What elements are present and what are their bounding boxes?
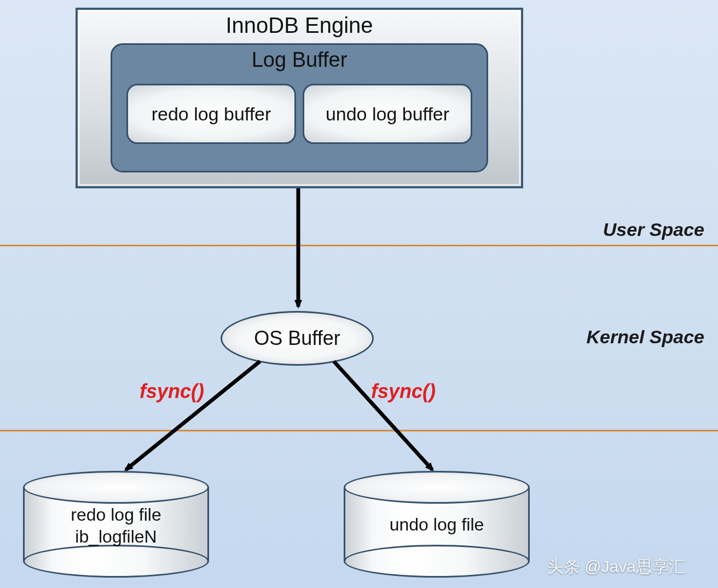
log-buffer-title: Log Buffer <box>112 48 487 72</box>
buffer-row: redo log buffer undo log buffer <box>112 84 487 144</box>
label-user-space: User Space <box>603 219 704 240</box>
divider-kernel-disk <box>0 430 718 431</box>
arrow-osbuffer-to-redo <box>126 361 260 470</box>
redo-log-buffer: redo log buffer <box>126 84 296 144</box>
redo-log-file-label: redo log file ib_logfileN <box>23 504 209 547</box>
undo-log-file-cylinder: undo log file <box>344 471 530 578</box>
cylinder-top <box>23 471 209 504</box>
divider-user-kernel <box>0 245 718 246</box>
cylinder-bottom <box>23 545 209 578</box>
fsync-right-label: fsync() <box>371 380 436 403</box>
arrow-osbuffer-to-undo <box>334 361 432 470</box>
redo-log-file-line1: redo log file <box>71 505 161 524</box>
watermark-text: 头条 @Java思享汇 <box>547 556 685 578</box>
undo-log-file-label: undo log file <box>344 514 530 535</box>
log-buffer-box: Log Buffer redo log buffer undo log buff… <box>111 43 488 172</box>
redo-log-file-cylinder: redo log file ib_logfileN <box>23 471 209 578</box>
cylinder-top <box>344 471 530 504</box>
fsync-left-label: fsync() <box>140 380 204 403</box>
redo-log-file-line2: ib_logfileN <box>75 527 157 546</box>
label-kernel-space: Kernel Space <box>587 326 704 348</box>
innodb-engine-title: InnoDB Engine <box>78 13 521 38</box>
undo-log-buffer: undo log buffer <box>303 84 472 144</box>
cylinder-bottom <box>344 545 530 578</box>
os-buffer-node: OS Buffer <box>221 311 374 366</box>
innodb-engine-box: InnoDB Engine Log Buffer redo log buffer… <box>76 8 523 188</box>
